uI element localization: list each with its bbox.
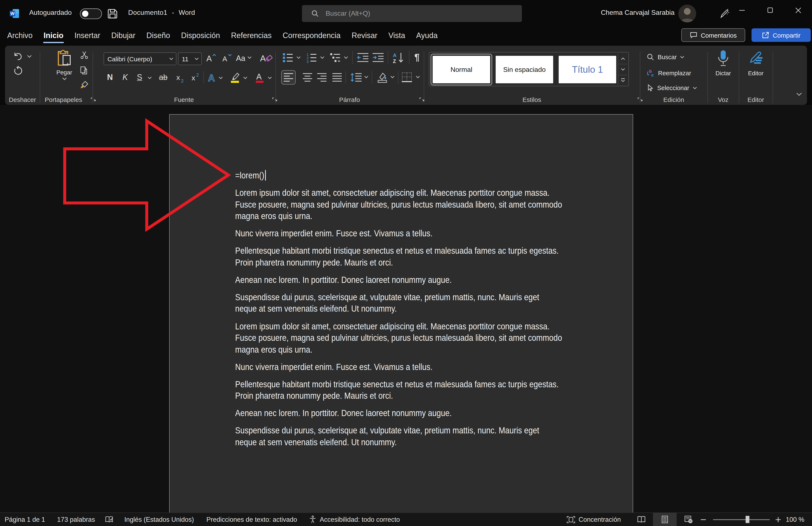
accessibility-status[interactable]: Accesibilidad: todo correcto <box>309 513 400 526</box>
search-box[interactable]: Buscar (Alt+Q) <box>302 5 522 22</box>
zoom-slider-track[interactable] <box>713 519 770 520</box>
focus-mode[interactable]: Concentración <box>567 513 621 526</box>
find-button[interactable]: Buscar <box>647 53 684 61</box>
underline-button[interactable]: S <box>134 72 145 83</box>
bullets-dropdown[interactable] <box>295 55 302 60</box>
shrink-font-button[interactable]: A <box>220 52 233 64</box>
shading-button[interactable] <box>376 71 389 84</box>
style-sin-espaciado[interactable]: Sin espaciado <box>496 56 553 83</box>
text-effects-dropdown[interactable] <box>218 75 224 81</box>
tab-diseno[interactable]: Diseño <box>141 27 175 44</box>
tab-referencias[interactable]: Referencias <box>226 27 277 44</box>
font-color-button[interactable]: A <box>253 71 266 84</box>
web-layout-button[interactable] <box>677 513 700 526</box>
multilevel-dropdown[interactable] <box>343 55 349 60</box>
word-count[interactable]: 173 palabras <box>57 513 95 526</box>
comments-button[interactable]: Comentarios <box>681 28 745 42</box>
text-predictions[interactable]: Predicciones de texto: activado <box>206 513 297 526</box>
document-content[interactable]: =lorem() Lorem ipsum dolor sit amet, con… <box>235 170 563 454</box>
share-button[interactable]: Compartir <box>752 28 811 42</box>
line-spacing-dropdown[interactable] <box>363 74 369 79</box>
justify-button[interactable] <box>331 72 343 83</box>
style-normal[interactable]: Normal <box>433 56 490 83</box>
editor-button[interactable]: Editor <box>744 49 767 76</box>
decrease-indent-button[interactable] <box>357 52 369 63</box>
align-left-button[interactable] <box>281 70 295 85</box>
bold-button[interactable]: N <box>104 72 115 83</box>
highlight-button[interactable] <box>229 71 242 84</box>
style-titulo-1[interactable]: Título 1 <box>559 56 616 83</box>
svg-text:Aa: Aa <box>236 54 246 62</box>
close-button[interactable] <box>788 2 808 19</box>
italic-button[interactable]: K <box>120 72 131 83</box>
read-mode-button[interactable] <box>629 513 653 526</box>
autosave-toggle[interactable] <box>80 9 102 19</box>
replace-button[interactable]: b c Reemplazar <box>647 69 691 77</box>
search-icon <box>647 53 654 61</box>
print-layout-button[interactable] <box>653 513 677 526</box>
save-icon[interactable] <box>106 8 118 19</box>
page-indicator[interactable]: Página 1 de 1 <box>5 513 45 526</box>
multilevel-list-button[interactable] <box>330 52 341 63</box>
underline-dropdown[interactable] <box>147 75 153 81</box>
tab-revisar[interactable]: Revisar <box>346 27 383 44</box>
tab-insertar[interactable]: Insertar <box>69 27 106 44</box>
subscript-button[interactable]: x 2 <box>175 72 187 83</box>
language-selector[interactable]: Inglés (Estados Unidos) <box>124 513 194 526</box>
show-marks-button[interactable]: ¶ <box>411 52 422 63</box>
zoom-out-button[interactable] <box>700 513 706 526</box>
sort-button[interactable]: A Z <box>392 52 406 63</box>
zoom-level[interactable]: 100 % <box>786 513 804 526</box>
clear-formatting-button[interactable]: A <box>259 52 274 64</box>
select-button[interactable]: Seleccionar <box>647 84 697 92</box>
document-page[interactable]: =lorem() Lorem ipsum dolor sit amet, con… <box>169 114 633 512</box>
numbering-button[interactable]: 1 2 3 <box>306 52 318 63</box>
increase-indent-button[interactable] <box>372 52 385 63</box>
undo-dropdown[interactable] <box>26 53 32 59</box>
proofing-status[interactable] <box>105 513 113 526</box>
collapse-ribbon-button[interactable] <box>793 90 804 99</box>
format-painter-button[interactable] <box>79 80 89 90</box>
zoom-slider-handle[interactable] <box>745 516 750 523</box>
align-right-button[interactable] <box>316 72 328 83</box>
tab-archivo[interactable]: Archivo <box>2 27 38 44</box>
grow-font-button[interactable]: A <box>204 52 217 64</box>
borders-dropdown[interactable] <box>415 74 421 79</box>
align-center-button[interactable] <box>302 72 314 83</box>
tab-correspondencia[interactable]: Correspondencia <box>277 27 346 44</box>
ink-editor-icon[interactable] <box>716 5 732 21</box>
tab-inicio[interactable]: Inicio <box>38 27 69 44</box>
borders-button[interactable] <box>401 71 413 84</box>
avatar[interactable] <box>678 5 696 23</box>
change-case-button[interactable]: Aa <box>235 52 253 64</box>
superscript-button[interactable]: x 2 <box>190 72 202 83</box>
gallery-more-button[interactable] <box>618 75 627 85</box>
tab-vista[interactable]: Vista <box>383 27 411 44</box>
redo-button[interactable] <box>13 65 24 76</box>
bullets-button[interactable] <box>282 52 294 63</box>
shading-dropdown[interactable] <box>390 74 395 79</box>
paste-button[interactable]: Pegar <box>51 49 78 81</box>
strikethrough-button[interactable]: ab <box>157 72 170 83</box>
cut-button[interactable] <box>79 50 89 60</box>
align-left-icon <box>284 73 293 82</box>
dictate-button[interactable]: Dictar <box>712 49 735 76</box>
undo-button[interactable] <box>13 51 24 62</box>
font-size-select[interactable]: 11 <box>178 53 202 65</box>
tab-dibujar[interactable]: Dibujar <box>106 27 141 44</box>
tab-ayuda[interactable]: Ayuda <box>411 27 443 44</box>
minimize-button[interactable] <box>732 2 752 19</box>
gallery-down-button[interactable] <box>618 64 627 75</box>
font-color-dropdown[interactable] <box>267 75 273 81</box>
font-name-select[interactable]: Calibri (Cuerpo) <box>104 53 176 65</box>
gallery-up-button[interactable] <box>618 54 627 64</box>
text-effects-button[interactable]: A <box>206 72 218 83</box>
zoom-in-button[interactable] <box>775 513 781 526</box>
word-logo-icon[interactable]: W <box>9 9 19 19</box>
tab-disposicion[interactable]: Disposición <box>175 27 226 44</box>
line-spacing-button[interactable] <box>350 71 362 84</box>
numbering-dropdown[interactable] <box>319 55 325 60</box>
maximize-button[interactable] <box>760 2 780 19</box>
highlight-dropdown[interactable] <box>242 75 248 81</box>
copy-button[interactable] <box>79 65 89 75</box>
